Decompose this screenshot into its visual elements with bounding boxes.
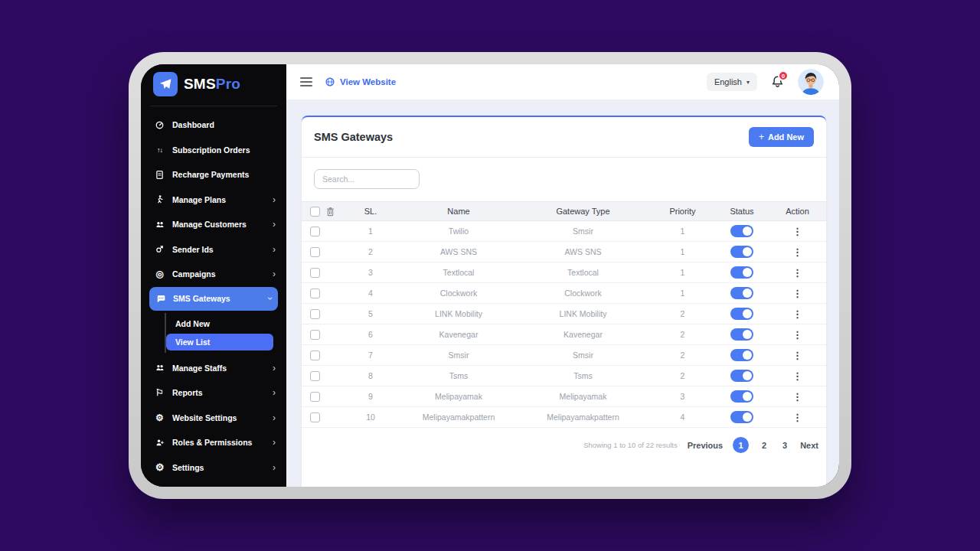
page-number-3[interactable]: 3 <box>779 441 790 450</box>
cell-priority: 1 <box>650 268 715 277</box>
previous-page-button[interactable]: Previous <box>688 441 723 450</box>
kebab-menu-icon[interactable]: ⋮ <box>792 412 802 423</box>
sidebar-item-manage-customers[interactable]: Manage Customers › <box>141 212 286 237</box>
status-toggle[interactable] <box>730 225 753 237</box>
cell-gateway-type: Melipayamakpattern <box>516 412 650 422</box>
cell-sl: 2 <box>340 247 401 256</box>
sidebar-item-dashboard[interactable]: Dashboard <box>141 112 286 138</box>
caret-down-icon: ▾ <box>746 79 750 86</box>
row-checkbox[interactable] <box>310 309 320 319</box>
header-action: Action <box>769 207 826 216</box>
row-checkbox[interactable] <box>310 350 320 360</box>
content-area: SMS Gateways + Add New <box>286 99 839 487</box>
table-row: 7 Smsir Smsir 2 ⋮ <box>302 345 826 366</box>
notifications-button[interactable]: 0 <box>770 75 785 89</box>
sidebar-item-sender-ids[interactable]: Sender Ids › <box>141 237 286 262</box>
row-checkbox[interactable] <box>310 412 320 422</box>
status-toggle[interactable] <box>730 370 753 382</box>
chevron-right-icon: › <box>273 438 276 447</box>
results-summary: Showing 1 to 10 of 22 results <box>583 441 678 449</box>
sidebar-item-label: Manage Customers <box>172 220 247 229</box>
row-checkbox[interactable] <box>310 371 320 381</box>
bulk-delete-button[interactable] <box>320 206 340 217</box>
table-header-row: SL. Name Gateway Type Priority Status Ac… <box>302 201 826 221</box>
status-toggle[interactable] <box>730 287 753 299</box>
sidebar-item-reports[interactable]: ⚐ Reports › <box>141 380 286 406</box>
row-checkbox[interactable] <box>310 392 320 402</box>
hamburger-menu-icon[interactable] <box>300 75 312 89</box>
status-toggle[interactable] <box>730 246 753 258</box>
row-checkbox[interactable] <box>310 227 320 236</box>
sidebar-item-recharge-payments[interactable]: Recharge Payments <box>141 162 286 187</box>
page-number-1[interactable]: 1 <box>733 437 749 453</box>
view-website-label: View Website <box>340 77 396 86</box>
sidebar-item-roles-permissions[interactable]: Roles & Permissions › <box>141 430 286 455</box>
kebab-menu-icon[interactable]: ⋮ <box>792 350 802 361</box>
kebab-menu-icon[interactable]: ⋮ <box>792 226 802 237</box>
sidebar-item-label: Dashboard <box>172 120 214 129</box>
chevron-down-icon: › <box>266 297 275 300</box>
gateways-table: SL. Name Gateway Type Priority Status Ac… <box>302 201 826 428</box>
sender-id-icon <box>154 244 165 254</box>
search-row <box>302 158 826 189</box>
kebab-menu-icon[interactable]: ⋮ <box>792 308 802 320</box>
cell-gateway-type: Textlocal <box>516 268 650 277</box>
cell-gateway-type: LINK Mobility <box>516 309 650 318</box>
cell-gateway-type: Clockwork <box>516 289 650 298</box>
kebab-menu-icon[interactable]: ⋮ <box>792 288 802 299</box>
person-walking-icon <box>154 194 165 204</box>
kebab-menu-icon[interactable]: ⋮ <box>792 267 802 279</box>
sidebar-item-manage-staffs[interactable]: Manage Staffs › <box>141 356 286 381</box>
language-dropdown[interactable]: English ▾ <box>707 73 757 91</box>
cell-name: Clockwork <box>401 289 516 298</box>
search-input[interactable] <box>314 169 420 189</box>
status-toggle[interactable] <box>730 266 753 279</box>
header-status: Status <box>715 207 769 216</box>
sidebar-divider <box>150 106 277 106</box>
chevron-right-icon: › <box>273 269 276 279</box>
chevron-right-icon: › <box>273 463 276 472</box>
row-checkbox[interactable] <box>310 289 320 298</box>
view-website-link[interactable]: View Website <box>325 77 396 87</box>
row-checkbox[interactable] <box>310 268 320 278</box>
table-row: 8 Tsms Tsms 2 ⋮ <box>302 366 826 386</box>
cell-priority: 2 <box>650 309 715 318</box>
avatar[interactable] <box>798 69 824 95</box>
chevron-right-icon: › <box>273 195 276 204</box>
sidebar-item-settings[interactable]: ⚙ Settings › <box>141 455 286 481</box>
kebab-menu-icon[interactable]: ⋮ <box>792 329 802 341</box>
add-new-button[interactable]: + Add New <box>749 127 814 147</box>
select-all-checkbox[interactable] <box>310 207 320 217</box>
target-icon: ◎ <box>154 269 165 279</box>
cell-name: LINK Mobility <box>401 309 516 318</box>
gears-icon: ⚙ <box>154 412 165 423</box>
status-toggle[interactable] <box>730 390 753 403</box>
sidebar-item-campaigns[interactable]: ◎ Campaigns › <box>141 262 286 287</box>
sidebar-item-sms-gateways[interactable]: SMS Gateways › <box>149 287 278 311</box>
sidebar-item-label: Subscription Orders <box>172 145 250 155</box>
row-checkbox[interactable] <box>310 247 320 257</box>
sidebar-item-subscription-orders[interactable]: ↑↓ Subscription Orders <box>141 138 286 163</box>
row-checkbox[interactable] <box>310 330 320 340</box>
status-toggle[interactable] <box>730 328 753 341</box>
status-toggle[interactable] <box>730 411 753 423</box>
notification-badge: 0 <box>778 70 789 81</box>
header-name: Name <box>401 207 516 216</box>
header-sl: SL. <box>340 207 401 216</box>
sidebar-item-manage-plans[interactable]: Manage Plans › <box>141 187 286 213</box>
submenu-item-view-list[interactable]: View List <box>166 334 273 350</box>
status-toggle[interactable] <box>730 349 753 361</box>
table-row: 6 Kavenegar Kavenegar 2 ⋮ <box>302 324 826 345</box>
next-page-button[interactable]: Next <box>800 441 818 450</box>
brand-logo[interactable]: SMSPro <box>141 64 286 104</box>
kebab-menu-icon[interactable]: ⋮ <box>792 370 802 382</box>
sidebar-item-website-settings[interactable]: ⚙ Website Settings › <box>141 406 286 431</box>
cell-name: Melipayamak <box>401 392 516 401</box>
submenu-item-add-new[interactable]: Add New <box>166 315 286 333</box>
status-toggle[interactable] <box>730 308 753 320</box>
page-number-2[interactable]: 2 <box>759 441 769 450</box>
kebab-menu-icon[interactable]: ⋮ <box>792 391 802 403</box>
kebab-menu-icon[interactable]: ⋮ <box>792 246 802 258</box>
cell-priority: 2 <box>650 350 715 360</box>
cell-sl: 9 <box>340 392 401 401</box>
